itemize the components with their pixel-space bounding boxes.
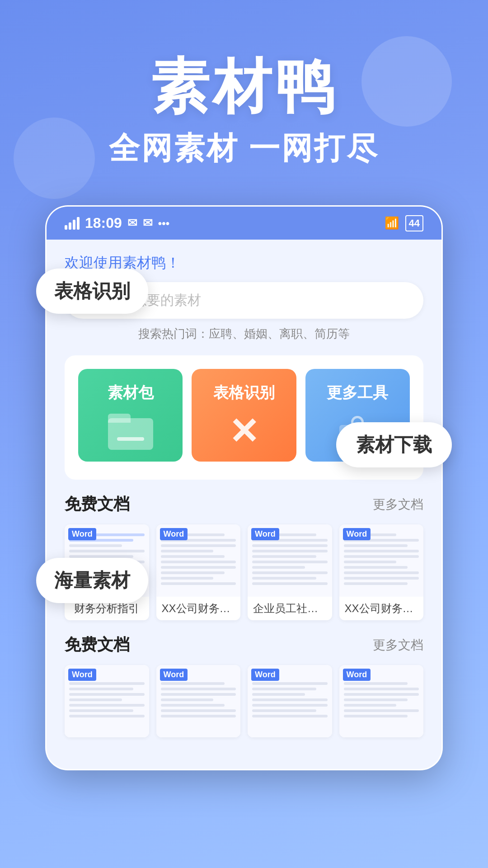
word-badge-8: Word	[343, 669, 371, 681]
more-icon: •••	[158, 217, 169, 230]
doc-preview-8: Word	[339, 665, 424, 737]
doc-preview-4: Word	[339, 524, 424, 597]
doc-lines-6	[156, 678, 241, 725]
doc-lines-5	[65, 678, 149, 725]
doc-card-5[interactable]: Word	[65, 665, 149, 737]
more-docs-link[interactable]: 更多文档	[373, 496, 423, 513]
doc-name-2: XX公司财务预算...	[156, 597, 241, 620]
doc-card-2[interactable]: Word	[156, 524, 241, 620]
badge-download[interactable]: 素材下载	[336, 422, 452, 467]
badge-table-recognition[interactable]: 表格识别	[36, 269, 148, 314]
word-badge-5: Word	[68, 669, 96, 681]
folder-icon-area	[108, 410, 153, 453]
status-right: 📶 44	[385, 215, 423, 231]
mail-icon-2: ✉	[143, 216, 153, 230]
doc-preview-7: Word	[248, 665, 332, 737]
app-content: 欢迎使用素材鸭！ 🔍 搜索想要的素材 搜索热门词：应聘、婚姻、离职、简历等 素材…	[47, 240, 441, 769]
free-docs-title: 免费文档	[65, 493, 130, 515]
app-tagline: 全网素材 一网打尽	[27, 128, 461, 169]
word-badge-7: Word	[251, 669, 279, 681]
card-more-tools-label: 更多工具	[327, 382, 388, 403]
word-badge-3: Word	[251, 528, 279, 540]
word-badge-2: Word	[160, 528, 188, 540]
word-badge-1: Word	[68, 528, 96, 540]
doc-preview-3: Word	[248, 524, 332, 597]
section-header-1: 免费文档 更多文档	[65, 493, 423, 515]
battery-indicator: 44	[405, 215, 423, 231]
doc-card-4[interactable]: Word	[339, 524, 424, 620]
phone-mockup: 表格识别 素材下载 海量素材 18:09 ✉ ✉ ••• 📶	[45, 205, 443, 770]
doc-card-6[interactable]: Word	[156, 665, 241, 737]
mail-icon: ✉	[127, 216, 137, 230]
section-header-2: 免费文档 更多文档	[65, 634, 423, 656]
doc-lines-7	[248, 678, 332, 725]
x-icon-area: ✕	[229, 410, 259, 453]
doc-card-3[interactable]: Word	[248, 524, 332, 620]
doc-preview-5: Word	[65, 665, 149, 737]
card-material-pack-label: 素材包	[108, 382, 154, 403]
card-table-recognition[interactable]: 表格识别 ✕	[192, 369, 296, 462]
x-icon: ✕	[229, 410, 259, 453]
status-bar: 18:09 ✉ ✉ ••• 📶 44	[47, 207, 441, 240]
folder-icon	[108, 414, 153, 450]
hot-keywords: 搜索热门词：应聘、婚姻、离职、简历等	[65, 326, 423, 342]
card-table-recognition-label: 表格识别	[213, 382, 275, 403]
word-badge-4: Word	[343, 528, 371, 540]
doc-preview-2: Word	[156, 524, 241, 597]
app-name: 素材鸭	[27, 54, 461, 119]
free-docs-section-2: 免费文档 更多文档 Word	[65, 634, 423, 737]
doc-grid-2: Word	[65, 665, 423, 737]
word-badge-6: Word	[160, 669, 188, 681]
status-left: 18:09 ✉ ✉ •••	[65, 215, 169, 231]
doc-name-4: XX公司财务管理...	[339, 597, 424, 620]
doc-card-8[interactable]: Word	[339, 665, 424, 737]
doc-lines-8	[339, 678, 424, 725]
signal-icon	[65, 217, 80, 230]
status-time: 18:09	[85, 215, 122, 231]
badge-massive[interactable]: 海量素材	[36, 558, 148, 603]
card-material-pack[interactable]: 素材包	[78, 369, 183, 462]
hero-section: 素材鸭 全网素材 一网打尽	[0, 0, 488, 187]
doc-name-3: 企业员工社会保障...	[248, 597, 332, 620]
free-docs-title-2: 免费文档	[65, 634, 130, 656]
wifi-icon: 📶	[385, 216, 399, 230]
more-docs-link-2[interactable]: 更多文档	[373, 637, 423, 654]
doc-preview-6: Word	[156, 665, 241, 737]
doc-card-7[interactable]: Word	[248, 665, 332, 737]
